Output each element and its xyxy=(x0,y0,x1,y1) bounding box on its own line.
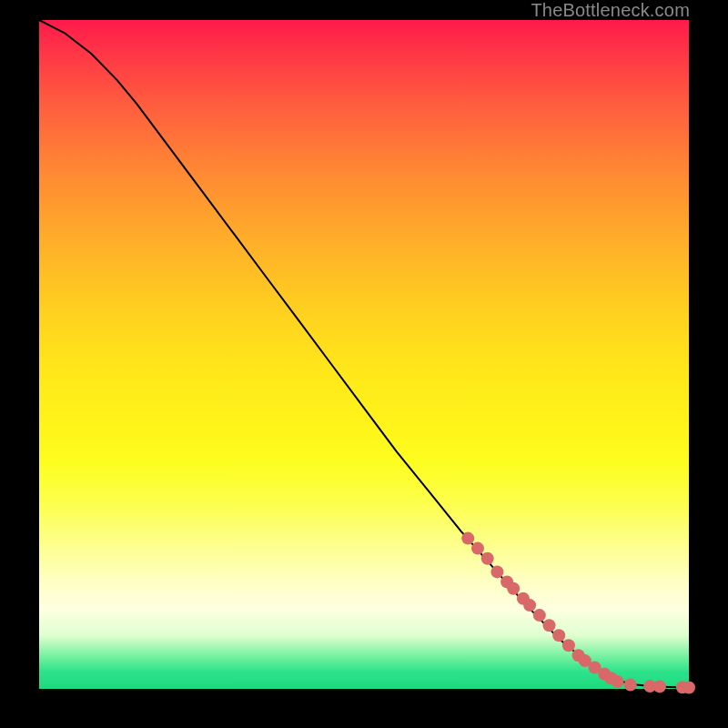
marker-point xyxy=(624,679,637,692)
marker-point xyxy=(653,680,666,693)
marker-point xyxy=(562,639,575,652)
marker-point xyxy=(533,609,546,622)
marker-point xyxy=(481,552,494,565)
marker-point xyxy=(490,565,503,578)
plot-area xyxy=(39,20,689,689)
marker-point xyxy=(523,599,536,612)
chart-frame: TheBottleneck.com xyxy=(0,0,728,728)
attribution-text: TheBottleneck.com xyxy=(531,0,690,21)
marker-point xyxy=(612,675,624,688)
marker-point xyxy=(507,582,520,595)
marker-point xyxy=(552,629,565,642)
marker-point xyxy=(543,619,556,632)
curve-line xyxy=(39,20,689,688)
highlight-markers xyxy=(461,532,695,694)
marker-point xyxy=(461,532,474,545)
marker-point xyxy=(471,542,484,555)
chart-svg xyxy=(39,20,689,689)
marker-point xyxy=(682,682,695,694)
